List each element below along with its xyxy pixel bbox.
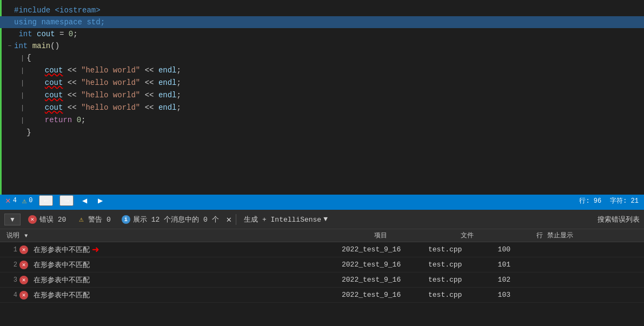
error-count-icon: ✕ 4 xyxy=(5,195,17,206)
col-header-file[interactable]: 文件 xyxy=(459,231,513,240)
row-error-icon-3: ✕ xyxy=(19,276,28,284)
search-label: 搜索错误列表 xyxy=(597,216,640,224)
code-line-7: | cout << "hello world" << endl; xyxy=(0,77,644,89)
warning-count: 0 xyxy=(29,197,32,204)
filter-label: 生成 + IntelliSense xyxy=(244,215,321,224)
col-indicator: 字符: 21 xyxy=(610,196,639,205)
row-line-2: 101 xyxy=(480,261,513,269)
row-proj-3: 2022_test_9_16 xyxy=(340,276,426,284)
code-text-9: | cout << "hello world" << endl; xyxy=(14,102,644,114)
filter-dropdown-arrow: ▼ xyxy=(323,215,328,223)
nav-next-icon[interactable]: ▶ xyxy=(96,197,105,204)
col-header-proj[interactable]: 项目 xyxy=(372,231,459,240)
search-errors: 搜索错误列表 xyxy=(597,215,640,224)
close-filter-icon[interactable]: ✕ xyxy=(227,214,232,225)
code-text-7: | cout << "hello world" << endl; xyxy=(14,77,644,89)
warning-triangle-icon: ⚠ xyxy=(77,215,85,224)
table-header: 说明 ▼ 项目 文件 行 禁止显示 xyxy=(0,229,644,242)
table-row[interactable]: 2 ✕ 在形参表中不匹配 2022_test_9_16 test.cpp 101 xyxy=(0,257,644,272)
row-proj-4: 2022_test_9_16 xyxy=(340,291,426,299)
line-label: 行 xyxy=(536,232,543,239)
code-text-3: int cout = 0; xyxy=(14,28,644,40)
error-nav: ✕ 4 ⚠ 0 xyxy=(5,195,32,206)
code-line-8: | cout << "hello world" << endl; xyxy=(0,89,644,102)
row-line-4: 103 xyxy=(480,291,513,299)
row-error-icon-1: ✕ xyxy=(19,245,28,254)
code-text-10: | return 0; xyxy=(14,114,644,127)
code-line-5: |{ xyxy=(0,52,644,64)
error-badge[interactable]: ✕ 错误 20 xyxy=(25,214,69,225)
code-line-9: | cout << "hello world" << endl; xyxy=(0,102,644,114)
back-button[interactable]: ← xyxy=(39,195,53,206)
status-bar: ✕ 4 ⚠ 0 ← → ◀ ▶ 行: 96 字符: 21 xyxy=(0,195,644,207)
warnings-label: 警告 0 xyxy=(88,215,111,224)
row-num-1: 1 xyxy=(4,246,17,254)
row-indicator: 行: 96 xyxy=(579,196,601,205)
arrow-indicator: ➜ xyxy=(92,242,99,257)
code-text-8: | cout << "hello world" << endl; xyxy=(14,89,644,102)
table-row[interactable]: 1 ✕ 在形参表中不匹配 ➜ 2022_test_9_16 test.cpp 1… xyxy=(0,242,644,257)
code-line-3: int cout = 0; xyxy=(0,28,644,40)
warning-triangle-icon: ⚠ xyxy=(22,196,26,205)
row-error-icon-4: ✕ xyxy=(19,291,28,300)
table-row[interactable]: 3 ✕ 在形参表中不匹配 2022_test_9_16 test.cpp 102 xyxy=(0,272,644,288)
proj-label: 项目 xyxy=(374,232,387,239)
col-header-suppress[interactable]: 禁止显示 xyxy=(545,231,588,240)
code-text-4: int main() xyxy=(14,40,644,52)
code-text-5: |{ xyxy=(14,52,644,64)
row-num-2: 2 xyxy=(4,261,17,269)
table-row[interactable]: 4 ✕ 在形参表中不匹配 2022_test_9_16 test.cpp 103 xyxy=(0,288,644,303)
code-line-10: | return 0; xyxy=(0,114,644,127)
info-badge[interactable]: i 展示 12 个消息中的 0 个 xyxy=(118,214,222,225)
filter-type[interactable]: 生成 + IntelliSense ▼ xyxy=(241,214,331,225)
nav-prev-icon[interactable]: ◀ xyxy=(80,197,89,204)
forward-button[interactable]: → xyxy=(59,195,74,206)
row-desc-3: 在形参表中不匹配 xyxy=(31,275,340,285)
row-num-4: 4 xyxy=(4,291,17,299)
code-editor[interactable]: #include <iostream> using namespace std;… xyxy=(0,0,644,195)
dropdown-arrow: ▼ xyxy=(9,216,16,223)
error-x-icon: ✕ xyxy=(5,195,11,206)
warning-badge[interactable]: ⚠ 警告 0 xyxy=(74,214,114,225)
row-proj-1: 2022_test_9_16 xyxy=(340,245,426,254)
errors-label: 错误 20 xyxy=(39,215,66,224)
row-proj-2: 2022_test_9_16 xyxy=(340,261,426,269)
code-text-1: #include <iostream> xyxy=(14,4,644,16)
sort-icon: ▼ xyxy=(24,233,28,239)
col-header-desc[interactable]: 说明 ▼ xyxy=(4,231,372,240)
code-text-6: | cout << "hello world" << endl; xyxy=(14,64,644,77)
error-circle-icon: ✕ xyxy=(28,215,37,224)
status-right: 行: 96 字符: 21 xyxy=(579,196,639,205)
info-label: 展示 12 个消息中的 0 个 xyxy=(133,215,219,224)
error-toolbar: ▼ ✕ 错误 20 ⚠ 警告 0 i 展示 12 个消息中的 0 个 ✕ 生成 … xyxy=(0,210,644,229)
error-count: 4 xyxy=(13,197,17,204)
error-table: 说明 ▼ 项目 文件 行 禁止显示 1 ✕ 在形参表中不匹配 ➜ 2022_te… xyxy=(0,229,644,303)
suppress-label: 禁止显示 xyxy=(547,232,573,239)
warning-count-icon: ⚠ 0 xyxy=(22,196,33,205)
code-line-11: } xyxy=(0,127,644,139)
info-circle-icon: i xyxy=(122,215,130,224)
filter-dropdown[interactable]: ▼ xyxy=(4,214,21,225)
code-line-4: − int main() xyxy=(0,40,644,52)
code-text-11: } xyxy=(14,127,644,139)
code-line-1: #include <iostream> xyxy=(0,4,644,16)
row-line-3: 102 xyxy=(480,276,513,284)
row-num-3: 3 xyxy=(4,276,17,284)
code-text-2: using namespace std; xyxy=(14,16,644,28)
file-label: 文件 xyxy=(461,232,474,239)
fold-marker-4: − xyxy=(5,40,14,52)
code-line-2: using namespace std; xyxy=(0,16,644,28)
row-line-1: 100 xyxy=(480,245,513,254)
row-file-1: test.cpp xyxy=(426,245,480,254)
row-file-4: test.cpp xyxy=(426,291,480,299)
desc-label: 说明 xyxy=(6,232,19,239)
col-header-line[interactable]: 行 xyxy=(513,231,545,240)
row-desc-2: 在形参表中不匹配 xyxy=(31,260,340,270)
code-line-6: | cout << "hello world" << endl; xyxy=(0,64,644,77)
toolbar-divider xyxy=(236,214,236,225)
row-file-3: test.cpp xyxy=(426,276,480,284)
row-desc-1: 在形参表中不匹配 xyxy=(31,245,340,255)
row-desc-4: 在形参表中不匹配 xyxy=(31,290,340,300)
row-error-icon-2: ✕ xyxy=(19,261,28,269)
row-file-2: test.cpp xyxy=(426,261,480,269)
